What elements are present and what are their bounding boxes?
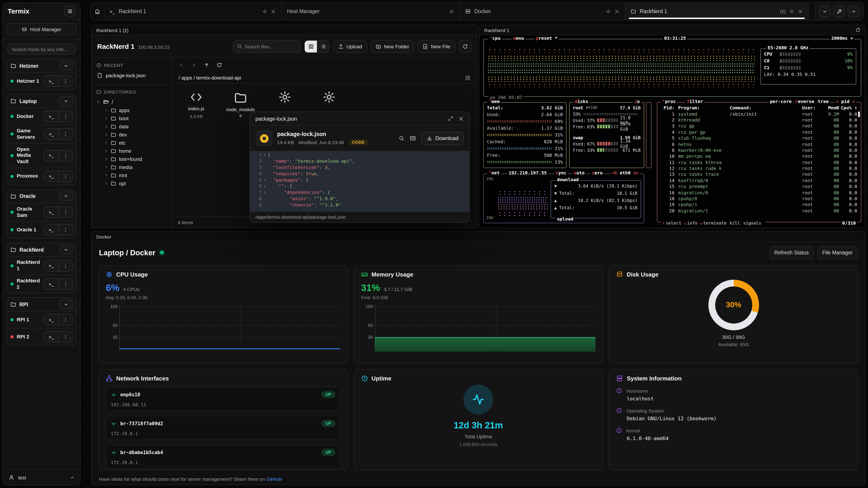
terminal-screen[interactable]: ¹cpu menu preset * 03:31:25 2000ms + E5-… bbox=[480, 35, 865, 228]
home-button[interactable] bbox=[91, 3, 104, 20]
open-terminal-button[interactable]: >_ bbox=[44, 111, 58, 122]
search-in-file-icon[interactable] bbox=[399, 135, 404, 141]
open-terminal-button[interactable]: >_ bbox=[44, 207, 58, 217]
file-search-input[interactable] bbox=[245, 43, 297, 49]
tab-host-manager[interactable]: Host Manager bbox=[282, 3, 460, 20]
network-interface-row[interactable]: enp6s18 UP 192.168.68.11 bbox=[106, 387, 340, 411]
expand-icon[interactable] bbox=[448, 116, 453, 121]
open-terminal-button[interactable]: >_ bbox=[44, 332, 58, 342]
code-viewer[interactable]: 1 ∨ { 2 "name": "termix-download-api", 3… bbox=[250, 151, 469, 212]
split-view-icon[interactable] bbox=[606, 9, 611, 14]
proc-key-label[interactable]: signals bbox=[743, 221, 761, 225]
host-row[interactable]: RPI 1 >_ ⋮ bbox=[7, 311, 76, 328]
host-row[interactable]: RPI 2 >_ ⋮ bbox=[7, 328, 76, 346]
tab-racknerd1-terminal[interactable]: >_ RackNerd 1 bbox=[104, 3, 282, 20]
col-program[interactable]: Program: bbox=[675, 105, 730, 110]
process-row[interactable]: 20 migration/1 root 0B 0.0 bbox=[657, 207, 861, 214]
refresh-files-button[interactable] bbox=[459, 40, 471, 53]
group-collapse-button[interactable] bbox=[59, 300, 73, 309]
tree-folder-row[interactable]: opt bbox=[96, 180, 167, 188]
host-group-header[interactable]: Hetzner bbox=[7, 59, 76, 72]
process-row[interactable]: 18 cpuhp/0 root 0B 0.0 bbox=[657, 196, 861, 202]
list-view-button[interactable] bbox=[317, 40, 329, 52]
process-row[interactable]: 14 ksoftirqd/0 root 0B 0.0 bbox=[657, 177, 861, 184]
editor-view-icon[interactable] bbox=[410, 135, 416, 141]
grid-view-button[interactable] bbox=[305, 40, 317, 52]
net-opt-zero[interactable]: zero bbox=[590, 170, 604, 175]
host-row[interactable]: Oracle Sam >_ ⋮ bbox=[7, 203, 76, 221]
file-tile[interactable]: index.js 4.3 KB bbox=[179, 91, 214, 121]
host-row[interactable]: Proxmox >_ ⋮ bbox=[7, 168, 76, 185]
process-row[interactable]: 19 cpuhp/1 root 0B 0.0 bbox=[657, 202, 861, 208]
tools-button[interactable] bbox=[833, 5, 845, 17]
close-icon[interactable] bbox=[449, 9, 454, 14]
edit-path-icon[interactable] bbox=[465, 75, 471, 80]
upload-button[interactable]: Upload bbox=[333, 40, 367, 53]
new-file-button[interactable]: New File bbox=[418, 40, 455, 53]
network-interface-row[interactable]: br-73718f7a09d2 UP 172.19.0.1 bbox=[106, 416, 340, 440]
fold-arrow-icon[interactable]: ∨ bbox=[262, 190, 268, 194]
proc-filter[interactable]: filter bbox=[685, 99, 704, 104]
host-more-button[interactable]: ⋮ bbox=[58, 279, 72, 289]
btop-preset[interactable]: preset * bbox=[534, 36, 559, 41]
host-row[interactable]: RackNerd 2 >_ ⋮ bbox=[7, 275, 76, 293]
nav-up-icon[interactable] bbox=[204, 62, 209, 68]
tree-root-row[interactable]: / bbox=[96, 98, 167, 106]
nav-back-icon[interactable] bbox=[179, 62, 184, 68]
expand-panel-button[interactable] bbox=[848, 5, 860, 17]
file-search[interactable] bbox=[233, 40, 301, 53]
new-folder-button[interactable]: New Folder bbox=[371, 40, 414, 53]
host-group-header[interactable]: RPI bbox=[7, 298, 76, 311]
chevron-right-icon[interactable] bbox=[104, 165, 108, 169]
process-row[interactable]: 11 rcu_tasks_kthrea root 0B 0.0 bbox=[657, 159, 861, 165]
host-search-input[interactable] bbox=[7, 43, 76, 55]
col-cpu[interactable]: Cpu% ↑ bbox=[839, 105, 857, 110]
tree-folder-row[interactable]: lost+found bbox=[96, 155, 167, 163]
open-terminal-button[interactable]: >_ bbox=[44, 129, 58, 139]
nav-refresh-icon[interactable] bbox=[217, 62, 222, 68]
open-terminal-button[interactable]: >_ bbox=[44, 76, 58, 86]
chevron-down-icon[interactable] bbox=[96, 100, 100, 104]
process-row[interactable]: 1 systemd /sbin/init root 9.2M 0.0 bbox=[657, 111, 861, 117]
btop-menu[interactable]: menu bbox=[512, 36, 525, 41]
group-collapse-button[interactable] bbox=[59, 96, 73, 106]
tree-folder-row[interactable]: mnt bbox=[96, 171, 167, 180]
host-row[interactable]: RackNerd 1 >_ ⋮ bbox=[7, 256, 76, 275]
group-collapse-button[interactable] bbox=[59, 192, 73, 201]
tree-folder-row[interactable]: etc bbox=[96, 139, 167, 147]
network-interface-row[interactable]: br-d6abe1b5cab4 UP 172.20.0.1 bbox=[106, 445, 340, 469]
proc-key-label[interactable]: terminate bbox=[703, 221, 726, 225]
chevron-right-icon[interactable] bbox=[104, 108, 108, 112]
open-terminal-button[interactable]: >_ bbox=[44, 260, 58, 271]
proc-key-label[interactable]: select bbox=[666, 221, 681, 225]
host-more-button[interactable]: ⋮ bbox=[58, 225, 72, 235]
close-icon[interactable] bbox=[614, 9, 619, 14]
host-more-button[interactable]: ⋮ bbox=[58, 111, 72, 122]
tree-folder-row[interactable]: dev bbox=[96, 131, 167, 139]
collapse-panel-button[interactable] bbox=[819, 5, 831, 17]
pid-prev[interactable]: < bbox=[836, 99, 839, 104]
process-row[interactable]: 12 rcu_tasks_rude_k root 0B 0.0 bbox=[657, 165, 861, 171]
open-terminal-button[interactable]: >_ bbox=[44, 279, 58, 289]
host-manager-button[interactable]: Host Manager bbox=[7, 23, 76, 35]
file-manager-button[interactable]: File Manager bbox=[817, 246, 858, 259]
close-icon[interactable] bbox=[798, 9, 803, 14]
open-terminal-button[interactable]: >_ bbox=[44, 315, 58, 325]
tree-folder-row[interactable]: data bbox=[96, 123, 167, 131]
col-pid[interactable]: Pid: bbox=[661, 105, 675, 110]
process-row[interactable]: 4 rcu_par_gp root 0B 0.0 bbox=[657, 129, 861, 135]
process-row[interactable]: 6 netns root 0B 0.0 bbox=[657, 141, 861, 147]
refresh-status-button[interactable]: Refresh Status bbox=[770, 246, 814, 259]
fold-arrow-icon[interactable]: ∨ bbox=[262, 184, 268, 188]
open-terminal-button[interactable]: >_ bbox=[44, 225, 58, 235]
process-row[interactable]: 8 kworker/0:0H-eve root 0B 0.0 bbox=[657, 147, 861, 153]
split-view-icon[interactable] bbox=[789, 9, 794, 14]
nav-forward-icon[interactable] bbox=[191, 62, 197, 68]
chevron-right-icon[interactable] bbox=[104, 133, 108, 136]
proc-opt-reverse[interactable]: reverse bbox=[794, 99, 815, 104]
fold-arrow-icon[interactable]: ∨ bbox=[262, 178, 268, 182]
open-terminal-button[interactable]: >_ bbox=[44, 171, 58, 182]
recent-file-item[interactable]: package-lock.json bbox=[96, 71, 167, 80]
proc-opt-per-core[interactable]: per-core bbox=[769, 99, 793, 104]
host-group-header[interactable]: Oracle bbox=[7, 190, 76, 203]
